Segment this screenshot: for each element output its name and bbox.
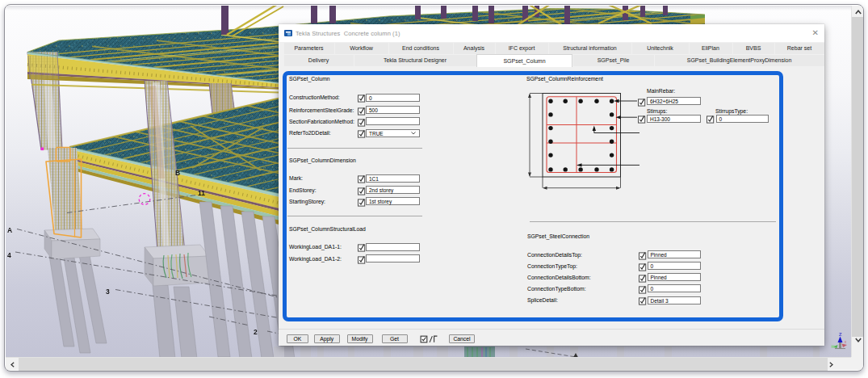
svg-text:2: 2 xyxy=(254,328,258,336)
svg-text:11: 11 xyxy=(198,189,205,197)
svg-text:4: 4 xyxy=(7,251,11,259)
svg-text:x: x xyxy=(845,339,847,344)
svg-text:Z: Z xyxy=(839,332,842,337)
svg-text:A: A xyxy=(7,226,12,234)
svg-text:B: B xyxy=(175,169,180,177)
svg-text:3: 3 xyxy=(106,288,110,296)
